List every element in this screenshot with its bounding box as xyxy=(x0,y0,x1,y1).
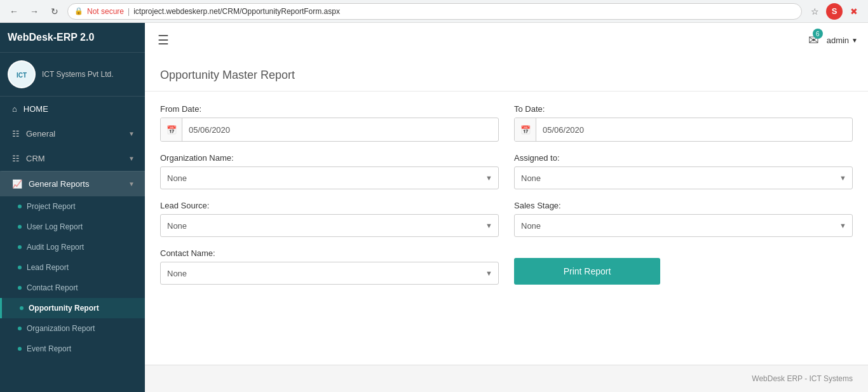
from-date-group: From Date: 📅 xyxy=(160,104,499,142)
browser-bar: ← → ↻ 🔒 Not secure | ictproject.webdeske… xyxy=(0,0,868,23)
admin-label: admin xyxy=(827,36,849,45)
sidebar-item-crm-label: CRM xyxy=(26,154,122,163)
assigned-to-select[interactable]: None xyxy=(514,166,853,189)
svg-text:ICT: ICT xyxy=(17,72,27,79)
sidebar-sub-audit-log-report[interactable]: Audit Log Report xyxy=(0,237,145,257)
profile-button[interactable]: S xyxy=(826,3,843,20)
url-text: ictproject.webdeskerp.net/CRM/Opportunit… xyxy=(133,7,340,16)
to-date-group: To Date: 📅 xyxy=(514,104,853,142)
main-content: Opportunity Master Report From Date: 📅 xyxy=(145,57,868,392)
lead-report-label: Lead Report xyxy=(27,263,69,272)
back-button[interactable]: ← xyxy=(6,4,22,19)
sidebar-sub-lead-report[interactable]: Lead Report xyxy=(0,257,145,278)
print-btn-group: Print Report xyxy=(514,258,853,285)
assigned-to-select-wrapper: None ▼ xyxy=(514,166,853,189)
sidebar-sub-opportunity-report[interactable]: Opportunity Report xyxy=(0,298,145,318)
org-name-label: Organization Name: xyxy=(160,153,499,163)
dot-icon xyxy=(18,266,22,269)
user-log-report-label: User Log Report xyxy=(27,222,83,231)
close-button[interactable]: ✖ xyxy=(846,4,862,19)
crm-icon: ☷ xyxy=(12,154,20,163)
grid-icon: ☷ xyxy=(12,129,20,139)
dot-icon xyxy=(18,327,22,330)
print-report-button[interactable]: Print Report xyxy=(514,258,660,285)
sidebar-item-reports-label: General Reports xyxy=(29,179,122,189)
chevron-down-admin-icon: ▼ xyxy=(851,37,858,44)
reports-icon: 📈 xyxy=(12,179,22,189)
notification-badge: 6 xyxy=(813,29,823,39)
footer-text: WebDesk ERP - ICT Systems xyxy=(752,374,853,383)
dot-icon xyxy=(18,347,22,351)
lead-sales-row: Lead Source: None ▼ Sales Stage: xyxy=(160,201,853,237)
opportunity-report-label: Opportunity Report xyxy=(29,304,99,313)
org-assigned-row: Organization Name: None ▼ Assigned to: xyxy=(160,153,853,189)
admin-menu[interactable]: admin ▼ xyxy=(827,36,858,45)
address-bar[interactable]: 🔒 Not secure | ictproject.webdeskerp.net… xyxy=(67,3,802,20)
contact-name-select-wrapper: None ▼ xyxy=(160,262,499,285)
from-date-input-wrapper: 📅 xyxy=(160,118,499,142)
lock-icon: 🔒 xyxy=(74,7,83,15)
notification-area: ✉ 6 admin ▼ xyxy=(808,32,858,48)
refresh-button[interactable]: ↻ xyxy=(47,4,62,19)
calendar-icon-to: 📅 xyxy=(515,118,536,141)
sidebar-item-general[interactable]: ☷ General ▼ xyxy=(0,121,145,146)
sidebar-item-general-reports[interactable]: 📈 General Reports ▼ xyxy=(0,171,145,196)
sidebar-brand: WebDesk-ERP 2.0 xyxy=(0,23,145,53)
contact-name-select[interactable]: None xyxy=(160,262,499,285)
sales-stage-group: Sales Stage: None ▼ xyxy=(514,201,853,237)
chevron-down-icon: ▼ xyxy=(128,130,135,137)
from-date-input[interactable] xyxy=(182,120,498,140)
sidebar-item-home-label: HOME xyxy=(24,104,135,114)
top-header: ☰ ✉ 6 admin ▼ xyxy=(145,23,868,57)
not-secure-label: Not secure xyxy=(87,7,124,16)
page-title-bar: Opportunity Master Report xyxy=(145,57,868,91)
lead-source-group: Lead Source: None ▼ xyxy=(160,201,499,237)
contact-name-group: Contact Name: None ▼ xyxy=(160,248,499,285)
sidebar-sub-contact-report[interactable]: Contact Report xyxy=(0,278,145,298)
org-name-select-wrapper: None ▼ xyxy=(160,166,499,189)
lead-source-select[interactable]: None xyxy=(160,214,499,237)
org-name-select[interactable]: None xyxy=(160,166,499,189)
lead-source-label: Lead Source: xyxy=(160,201,499,210)
company-logo: ICT xyxy=(8,60,36,88)
dot-icon xyxy=(18,286,22,290)
sales-stage-label: Sales Stage: xyxy=(514,201,853,210)
home-icon: ⌂ xyxy=(12,104,17,114)
notification-bell[interactable]: ✉ 6 xyxy=(808,32,819,48)
forward-button[interactable]: → xyxy=(27,4,42,19)
url-separator: | xyxy=(128,7,130,16)
dot-icon xyxy=(18,205,22,208)
sidebar-logo-area: ICT ICT Systems Pvt Ltd. xyxy=(0,53,145,97)
sidebar-sub-user-log-report[interactable]: User Log Report xyxy=(0,217,145,237)
sidebar: WebDesk-ERP 2.0 ICT ICT Systems Pvt Ltd.… xyxy=(0,23,145,392)
lead-source-select-wrapper: None ▼ xyxy=(160,214,499,237)
sales-stage-select[interactable]: None xyxy=(514,214,853,237)
dot-icon xyxy=(18,225,22,229)
form-section: From Date: 📅 To Date: 📅 xyxy=(145,91,868,309)
footer-bar: WebDesk ERP - ICT Systems xyxy=(145,365,868,392)
sidebar-item-general-label: General xyxy=(26,129,122,139)
sidebar-item-home[interactable]: ⌂ HOME xyxy=(0,97,145,121)
chevron-down-icon-crm: ▼ xyxy=(128,155,135,162)
assigned-to-label: Assigned to: xyxy=(514,153,853,163)
dot-icon xyxy=(18,245,22,249)
contact-name-label: Contact Name: xyxy=(160,248,499,258)
organization-report-label: Organization Report xyxy=(27,324,95,333)
from-date-label: From Date: xyxy=(160,104,499,114)
contact-action-row: Contact Name: None ▼ Print Report xyxy=(160,248,853,285)
page-title: Opportunity Master Report xyxy=(160,69,853,82)
sidebar-sub-organization-report[interactable]: Organization Report xyxy=(0,318,145,339)
star-button[interactable]: ☆ xyxy=(807,4,822,19)
sidebar-sub-project-report[interactable]: Project Report xyxy=(0,196,145,217)
to-date-label: To Date: xyxy=(514,104,853,114)
sidebar-nav: ⌂ HOME ☷ General ▼ ☷ CRM ▼ 📈 General Rep… xyxy=(0,97,145,392)
sidebar-sub-event-report[interactable]: Event Report xyxy=(0,339,145,359)
to-date-input[interactable] xyxy=(536,120,852,140)
project-report-label: Project Report xyxy=(27,202,76,211)
sidebar-item-crm[interactable]: ☷ CRM ▼ xyxy=(0,146,145,171)
dot-icon xyxy=(20,306,24,310)
calendar-icon-from: 📅 xyxy=(161,118,182,141)
hamburger-button[interactable]: ☰ xyxy=(155,30,172,50)
org-name-group: Organization Name: None ▼ xyxy=(160,153,499,189)
sales-stage-select-wrapper: None ▼ xyxy=(514,214,853,237)
